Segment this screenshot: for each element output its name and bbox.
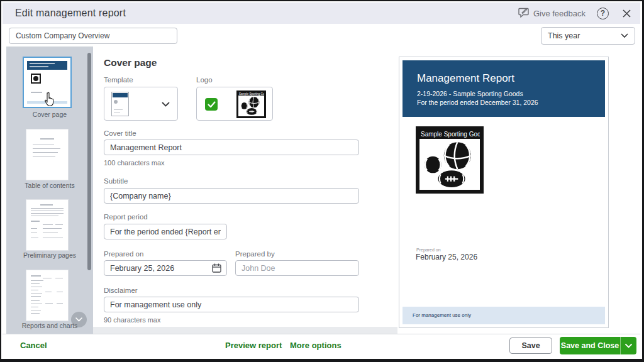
cancel-button[interactable]: Cancel [20,341,47,350]
subtitle-label: Subtitle [104,177,128,185]
report-preview-panel: Management Report 2-19-2026 - Sample Spo… [399,57,609,328]
preview-prepared-on-value: February 25, 2026 [416,253,477,261]
preview-disclaimer-text: For management use only [413,312,471,318]
scroll-thumbnails-down-button[interactable] [71,312,87,327]
report-period-input[interactable] [104,224,227,239]
toolbar-row: This year [3,24,640,47]
subtitle-input[interactable] [104,188,359,204]
preview-cover-header: Management Report 2-19-2026 - Sample Spo… [402,60,605,117]
disclaimer-input[interactable] [104,297,359,312]
chevron-down-icon [162,102,170,107]
sidebar-item-table-of-contents[interactable]: Table of contents [6,182,93,189]
prepared-by-input[interactable] [235,260,359,276]
preview-prepared-on-label: Prepared on [416,248,441,252]
disclaimer-label: Disclaimer [104,287,138,294]
save-and-close-dropdown[interactable] [620,337,636,354]
save-and-close-label: Save and Close [560,337,620,354]
page-thumbnail-sidebar: Cover page Table of contents [6,47,93,338]
cover-title-helper: 100 characters max [104,159,165,167]
template-select[interactable] [104,87,178,121]
thumbnail-preliminary-pages[interactable] [26,200,68,250]
check-icon [208,101,216,108]
calendar-icon[interactable] [212,263,221,275]
chevron-down-icon [625,344,632,348]
cover-title-input[interactable] [104,140,359,155]
sports-balls-icon [238,96,264,116]
dialog-header: Edit management report Give feedback ? [3,3,640,24]
help-icon: ? [601,9,605,18]
sports-balls-icon [419,139,480,189]
report-period-label: Report period [104,213,148,221]
template-label: Template [104,76,133,84]
save-button[interactable]: Save [509,337,552,354]
help-button[interactable]: ? [597,8,609,19]
thumbnail-table-of-contents[interactable] [26,129,68,180]
page-title: Edit management report [15,8,126,19]
more-options-button[interactable]: More options [290,341,341,350]
thumbnail-reports-and-charts[interactable] [26,270,68,321]
prepared-by-label: Prepared by [235,250,275,258]
report-name-input[interactable] [9,28,177,44]
chevron-down-icon [75,317,82,322]
sidebar-item-preliminary-pages[interactable]: Preliminary pages [6,251,93,259]
preview-disclaimer-bar: For management use only [402,307,605,324]
give-feedback-label: Give feedback [533,9,586,18]
give-feedback-button[interactable]: Give feedback [518,8,586,19]
thumb-cover-footer [27,101,67,104]
logo-preview-small: Sample Sporting Goods [236,90,266,118]
preview-report-button[interactable]: Preview report [225,341,282,350]
period-select[interactable]: This year [541,27,635,45]
close-button[interactable] [620,7,633,19]
chevron-down-icon [621,33,628,38]
period-select-value: This year [548,31,580,40]
sidebar-scrollbar[interactable] [87,49,91,336]
preview-report-period: For the period ended December 31, 2026 [417,99,538,106]
template-thumbnail-icon [111,92,129,116]
save-and-close-button[interactable]: Save and Close [560,337,636,354]
dialog-frame: Edit management report Give feedback ? [0,0,644,362]
feedback-bubble-icon [518,8,530,19]
sidebar-item-cover-page[interactable]: Cover page [6,111,93,118]
prepared-on-input[interactable] [104,260,227,276]
disclaimer-helper: 90 characters max [104,316,160,324]
preview-subtitle: 2-19-2026 - Sample Sporting Goods [417,90,523,97]
close-icon [623,9,631,18]
sidebar-scrollbar-thumb[interactable] [87,53,91,270]
preview-title: Management Report [417,72,514,85]
dialog-footer: Cancel Preview report More options Save … [3,334,640,356]
logo-checkbox-checked[interactable] [205,98,218,111]
prepared-on-label: Prepared on [104,250,143,258]
preview-logo-caption: Sample Sporting Goods [419,130,480,139]
logo-label: Logo [196,76,213,84]
cover-title-label: Cover title [104,129,136,137]
preview-logo: Sample Sporting Goods [416,126,484,194]
logo-field: Sample Sporting Goods [196,87,273,121]
form-heading: Cover page [104,57,157,69]
thumbnail-cover-page[interactable] [23,57,72,108]
thumb-cover-logo [31,74,41,84]
thumb-cover-header [27,61,67,70]
